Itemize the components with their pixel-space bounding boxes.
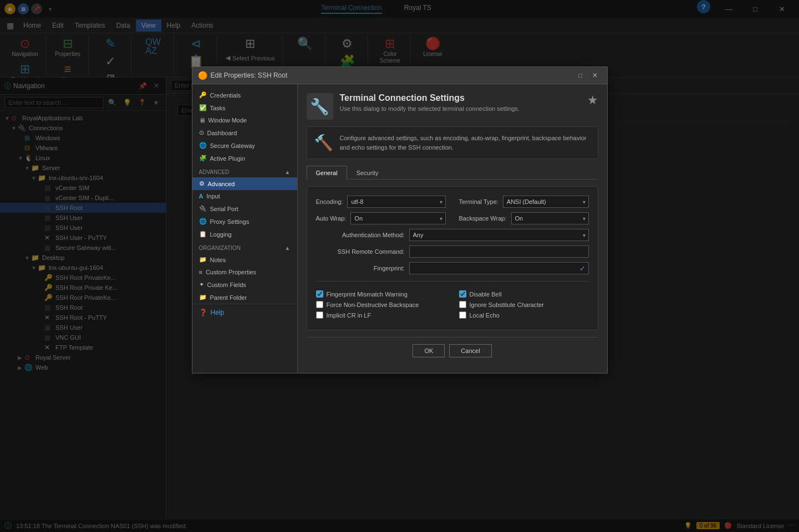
disable-bell-checkbox[interactable] [459,290,466,298]
customprops-label: Custom Properties [206,269,256,275]
form-row-fingerprint: Fingerprint: 32:ff:fa:26:fc:28:81:60:9c:… [316,262,589,274]
cb-ignore-substitute: Ignore Substitute Character [459,301,589,308]
form-row-sshcmd: SSH Remote Command: [316,245,589,258]
force-nondestructive-label: Force Non-Destructive Backspace [327,301,419,308]
form-half-terminal: Terminal Type: ANSI (Default) [459,196,589,208]
modal-help-btn[interactable]: ❓ Help [192,304,297,321]
modal-header-icon-box: 🔧 [307,93,333,120]
proxysettings-label: Proxy Settings [210,218,250,225]
modal-nav-input[interactable]: A Input [192,190,297,202]
form-row-autowrap: Auto Wrap: On Backspace Wrap: [316,212,589,224]
modal-content-title: Terminal Connection Settings [340,93,520,103]
modal-nav-credentials[interactable]: 🔑 Credentials [192,89,297,101]
modal-nav-customprops[interactable]: ≡ Custom Properties [192,266,297,278]
form-area: Encoding: utf-8 Terminal Type: [307,186,598,330]
parentfolder-icon: 📁 [199,294,207,301]
modal-footer: OK Cancel [307,337,598,364]
fingerprint-input[interactable]: 32:ff:fa:26:fc:28:81:60:9c:11:dc:48:b0:6… [409,262,589,274]
serialport-label: Serial Port [210,206,238,212]
modal-nav-parentfolder[interactable]: 📁 Parent Folder [192,291,297,304]
advanced-label: Advanced [208,181,235,187]
serialport-icon: 🔌 [199,205,207,212]
tab-bar: General Security [307,166,598,180]
securegateway-label: Secure Gateway [210,142,255,149]
securegateway-icon: 🌐 [199,142,207,149]
modal-nav-logging[interactable]: 📋 Logging [192,228,297,241]
ssh-cmd-input[interactable] [409,245,589,258]
encoding-select[interactable]: utf-8 [347,196,445,208]
backspace-wrap-label: Backspace Wrap: [459,215,507,222]
terminal-type-select[interactable]: ANSI (Default) [503,196,589,208]
tab-security[interactable]: Security [347,166,388,180]
modal-nav-tasks[interactable]: ✅ Tasks [192,101,297,114]
auto-wrap-select-wrapper: On [350,212,445,224]
cb-implicit-cr: Implicit CR in LF [316,311,446,319]
modal-nav-securegateway[interactable]: 🌐 Secure Gateway [192,139,297,152]
org-section-label: Organization [199,245,241,251]
form-row-auth: Authentication Method: Any [316,229,589,241]
form-checkbox-grid: Fingerprint Mismatch Warning Disable Bel… [316,288,589,321]
modal-desc-box: 🔨 Configure advanced settings, such as e… [307,126,598,159]
activeplugin-label: Active Plugin [210,155,246,162]
fingerprint-check-icon: ✓ [579,264,586,273]
ok-button[interactable]: OK [413,344,445,357]
modal-nav-activeplugin[interactable]: 🧩 Active Plugin [192,152,297,165]
terminal-type-label: Terminal Type: [459,198,498,205]
local-echo-checkbox[interactable] [459,311,466,319]
customfields-icon: ✦ [199,281,204,288]
tasks-label: Tasks [210,105,226,111]
notes-icon: 📁 [199,256,207,263]
encoding-label: Encoding: [316,198,343,205]
force-nondestructive-checkbox[interactable] [316,301,323,308]
auto-wrap-select[interactable]: On [350,212,445,224]
modal-nav-customfields[interactable]: ✦ Custom Fields [192,278,297,291]
terminal-type-select-wrapper: ANSI (Default) [503,196,589,208]
implicit-cr-checkbox[interactable] [316,311,323,319]
modal-nav-advanced[interactable]: ⚙ Advanced [192,177,297,190]
modal-advanced-desc: Configure advanced settings, such as enc… [340,134,591,152]
edit-properties-modal: 🟠 Edit Properties: SSH Root □ ✕ 🔑 Creden… [192,66,608,374]
local-echo-label: Local Echo [470,312,500,319]
advanced-section-label: Advanced [199,169,230,175]
activeplugin-icon: 🧩 [199,155,207,162]
modal-star-btn[interactable]: ★ [587,93,598,108]
ssh-cmd-label: SSH Remote Command: [316,248,405,255]
modal-close-btn[interactable]: ✕ [588,70,602,81]
proxysettings-icon: 🌐 [199,218,207,225]
modal-nav-serialport[interactable]: 🔌 Serial Port [192,202,297,215]
credentials-label: Credentials [210,92,241,99]
modal-nav-org-section: Organization ▲ [192,241,297,253]
encoding-select-wrapper: utf-8 [347,196,445,208]
fp-mismatch-checkbox[interactable] [316,290,323,298]
modal-nav-proxysettings[interactable]: 🌐 Proxy Settings [192,215,297,228]
org-collapse-icon[interactable]: ▲ [285,245,291,251]
cancel-button[interactable]: Cancel [449,344,491,357]
customprops-icon: ≡ [199,269,202,275]
dashboard-icon: ⊙ [199,129,204,136]
fp-mismatch-label: Fingerprint Mismatch Warning [327,291,408,298]
tasks-icon: ✅ [199,104,207,111]
advanced-collapse-icon[interactable]: ▲ [285,169,291,175]
windowmode-icon: 🖥 [199,117,205,124]
form-row-encoding: Encoding: utf-8 Terminal Type: [316,196,589,208]
fingerprint-control: 32:ff:fa:26:fc:28:81:60:9c:11:dc:48:b0:6… [409,262,589,274]
parentfolder-label: Parent Folder [210,294,247,301]
modal-maximize-btn[interactable]: □ [574,70,587,81]
customfields-label: Custom Fields [207,282,246,288]
auth-method-select[interactable]: Any [409,229,589,241]
modal-tool-icon: 🔨 [314,134,333,152]
modal-title-icon: 🟠 [198,71,207,80]
modal-title-bar: 🟠 Edit Properties: SSH Root □ ✕ [192,67,607,84]
help-icon: ❓ [199,309,207,316]
modal-content-desc: Use this dialog to modify the selected t… [340,105,520,112]
tab-general[interactable]: General [307,166,347,180]
ignore-substitute-checkbox[interactable] [459,301,466,308]
modal-overlay: 🟠 Edit Properties: SSH Root □ ✕ 🔑 Creden… [0,0,799,532]
backspace-wrap-select[interactable]: On [511,212,589,224]
form-half-backspace: Backspace Wrap: On [459,212,589,224]
help-label: Help [211,309,225,316]
modal-nav-windowmode[interactable]: 🖥 Window Mode [192,114,297,126]
modal-nav-dashboard[interactable]: ⊙ Dashboard [192,126,297,139]
logging-icon: 📋 [199,231,207,238]
modal-nav-notes[interactable]: 📁 Notes [192,253,297,266]
